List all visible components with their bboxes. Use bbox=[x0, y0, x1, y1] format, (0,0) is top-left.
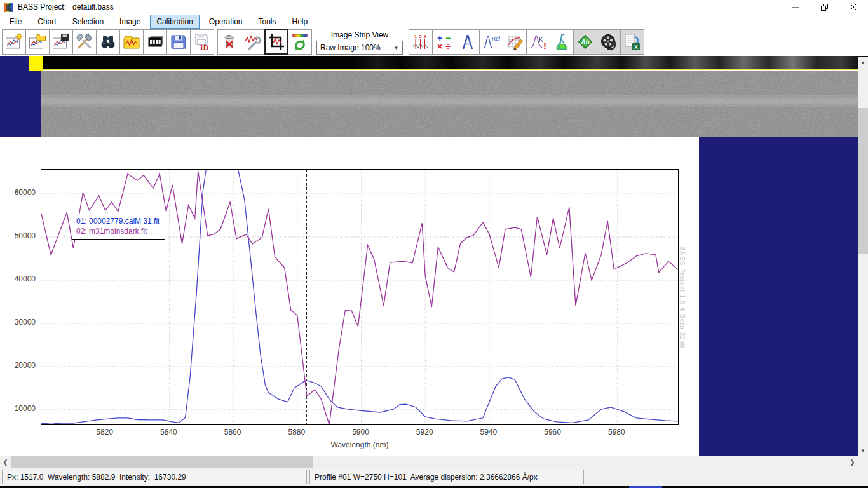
close-button[interactable] bbox=[839, 0, 868, 14]
x-tick-label: 5840 bbox=[149, 428, 187, 437]
save-1d-button[interactable]: 1D bbox=[190, 29, 214, 55]
film-reel-button[interactable] bbox=[597, 29, 621, 55]
image-strip[interactable] bbox=[43, 56, 858, 70]
profile-tools-icon bbox=[244, 33, 262, 51]
scroll-left-icon[interactable]: ❮ bbox=[0, 456, 11, 468]
delete-button[interactable] bbox=[217, 29, 241, 55]
menu-calibration[interactable]: Calibration bbox=[150, 15, 199, 29]
menu-image[interactable]: Image bbox=[113, 15, 147, 29]
horizontal-scrollbar[interactable]: ❮ ❯ bbox=[0, 456, 858, 468]
version-watermark: BASS Project 1.9.4 Beta 32bit bbox=[679, 246, 686, 360]
scroll-down-icon[interactable]: ▼ bbox=[858, 445, 868, 456]
scroll-up-icon[interactable]: ▲ bbox=[858, 57, 868, 68]
y-tick-label: 30000 bbox=[0, 318, 36, 327]
calibration-lines-button[interactable]: 123 bbox=[409, 29, 433, 55]
save-1d-icon: 1D bbox=[193, 33, 211, 51]
x-tick-label: 5820 bbox=[86, 428, 124, 437]
compass-button[interactable] bbox=[456, 29, 480, 55]
excel-export-icon: X bbox=[623, 33, 641, 51]
chevron-down-icon[interactable]: ▼ bbox=[391, 42, 402, 53]
compass-icon bbox=[459, 33, 477, 51]
vertical-scrollbar[interactable]: ▲ ▼ bbox=[858, 57, 868, 456]
legend-series-02: 02: m31moinsdark.fit bbox=[76, 226, 159, 236]
chemistry-flask-icon bbox=[553, 33, 571, 51]
menu-chart[interactable]: Chart bbox=[31, 15, 62, 29]
save-chart-button[interactable] bbox=[49, 29, 73, 55]
x-tick-label: 5960 bbox=[534, 428, 572, 437]
restore-button[interactable] bbox=[810, 0, 839, 14]
menu-operation[interactable]: Operation bbox=[203, 15, 249, 29]
refresh-button[interactable] bbox=[288, 29, 312, 55]
y-tick-label: 50000 bbox=[0, 231, 36, 240]
menu-help[interactable]: Help bbox=[286, 15, 315, 29]
svg-text:1D: 1D bbox=[200, 44, 208, 51]
svg-text:÷: ÷ bbox=[445, 41, 451, 51]
chemistry-flask-button[interactable] bbox=[550, 29, 574, 55]
spectrum-plot[interactable] bbox=[41, 169, 679, 425]
image-strip-view-value: Raw Image 100% bbox=[320, 43, 381, 52]
status-bar: Px: 1517.0 Wavelength: 5882.9 Intensity:… bbox=[0, 468, 868, 486]
strip-left-margin bbox=[0, 56, 29, 71]
menu-selection[interactable]: Selection bbox=[66, 15, 110, 29]
x-axis-title: Wavelength (nm) bbox=[41, 440, 679, 449]
chart-area: 100002000030000400005000060000 582058405… bbox=[0, 137, 858, 456]
svg-text:×: × bbox=[437, 41, 442, 51]
scroll-right-icon[interactable]: ❯ bbox=[847, 456, 858, 468]
math-operations-icon: + − × ÷ bbox=[435, 33, 453, 51]
image-strip-view-group: Image Strip View Raw Image 100% ▼ bbox=[315, 29, 404, 55]
chart-legend: 01: 00002779.calM 31.fit 02: m31moinsdar… bbox=[72, 214, 165, 240]
svg-text:1: 1 bbox=[414, 34, 417, 39]
app-icon bbox=[4, 3, 13, 12]
save-button[interactable] bbox=[166, 29, 191, 55]
svg-text:Ab: Ab bbox=[580, 39, 589, 46]
calibration-lines-icon: 123 bbox=[412, 33, 430, 51]
right-filler-panel bbox=[699, 137, 858, 456]
open-chart-button[interactable] bbox=[25, 29, 50, 55]
delete-icon bbox=[220, 33, 238, 51]
svg-text:!: ! bbox=[543, 40, 546, 51]
vertical-scrollbar-thumb[interactable] bbox=[858, 108, 868, 254]
open-profile-folder-icon bbox=[123, 33, 140, 51]
toolbar: 1D bbox=[0, 29, 868, 57]
minimize-button[interactable] bbox=[780, 0, 810, 14]
save-chart-icon bbox=[52, 33, 70, 51]
crop-profile-icon bbox=[268, 33, 285, 51]
legend-series-01: 01: 00002779.calM 31.fit bbox=[76, 216, 159, 226]
excel-export-button[interactable]: X bbox=[620, 29, 644, 55]
save-icon bbox=[170, 33, 187, 51]
spectrum-image[interactable] bbox=[41, 71, 858, 137]
window-title: BASS Project: _default.bass bbox=[18, 3, 114, 11]
binoculars-button[interactable] bbox=[96, 29, 120, 55]
image-strip-view-label: Image Strip View bbox=[331, 30, 389, 39]
y-tick-label: 60000 bbox=[0, 188, 36, 197]
crop-profile-button[interactable] bbox=[264, 29, 288, 55]
profile-tools-button[interactable] bbox=[241, 29, 265, 55]
math-operations-button[interactable]: + − × ÷ bbox=[432, 29, 456, 55]
menu-file[interactable]: File bbox=[3, 15, 28, 29]
menu-tools[interactable]: Tools bbox=[252, 15, 283, 29]
profile-status-panel: Profile #01 W=2750 H=101 Average dispers… bbox=[309, 470, 584, 484]
element-labels-button[interactable]: Ab bbox=[573, 29, 597, 55]
horizontal-scrollbar-thumb[interactable] bbox=[11, 456, 313, 468]
settings-icon bbox=[76, 33, 93, 51]
reference-spectrum-button[interactable]: Ref bbox=[479, 29, 503, 55]
settings-button[interactable] bbox=[72, 29, 97, 55]
image-stack-button[interactable] bbox=[143, 29, 167, 55]
new-chart-button[interactable] bbox=[2, 29, 26, 55]
open-chart-icon bbox=[29, 33, 46, 51]
planck-response-icon: K ! bbox=[529, 33, 547, 51]
svg-text:K: K bbox=[539, 36, 543, 43]
svg-text:2: 2 bbox=[419, 34, 422, 39]
menu-bar: File Chart Selection Image Calibration O… bbox=[0, 14, 868, 29]
image-strip-view-dropdown[interactable]: Raw Image 100% ▼ bbox=[316, 41, 403, 55]
svg-text:Ref: Ref bbox=[492, 36, 500, 42]
grid-edit-button[interactable] bbox=[503, 29, 527, 55]
svg-text:X: X bbox=[634, 44, 638, 50]
planck-response-button[interactable]: K ! bbox=[526, 29, 550, 55]
y-tick-label: 40000 bbox=[0, 274, 36, 283]
grid-edit-icon bbox=[506, 33, 524, 51]
strip-position-marker bbox=[29, 56, 43, 71]
cursor-status-panel: Px: 1517.0 Wavelength: 5882.9 Intensity:… bbox=[2, 470, 307, 484]
open-profile-button[interactable] bbox=[119, 29, 144, 55]
film-reel-icon bbox=[600, 33, 618, 51]
